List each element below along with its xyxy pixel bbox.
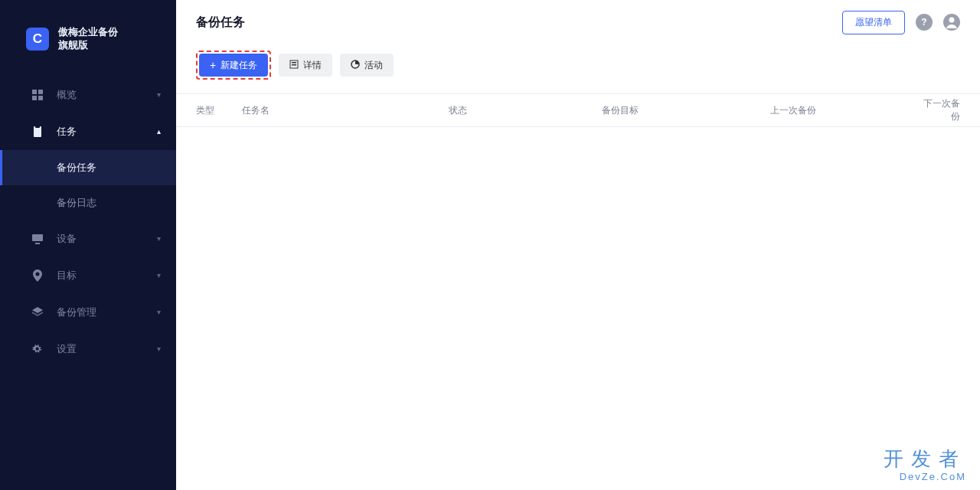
new-task-label: 新建任务 bbox=[220, 59, 257, 72]
svg-rect-14 bbox=[292, 64, 296, 66]
subnav-backup-tasks-label: 备份任务 bbox=[57, 161, 96, 175]
col-status: 状态 bbox=[449, 104, 602, 117]
activity-icon bbox=[351, 60, 360, 71]
chevron-down-icon: ▾ bbox=[157, 345, 161, 353]
chevron-down-icon: ▾ bbox=[157, 271, 161, 279]
wishlist-button[interactable]: 愿望清单 bbox=[842, 11, 905, 34]
svg-rect-1 bbox=[38, 90, 43, 94]
nav-backup-mgmt-label: 备份管理 bbox=[57, 305, 96, 319]
svg-point-11 bbox=[949, 18, 955, 23]
clipboard-icon bbox=[31, 126, 44, 138]
details-icon bbox=[289, 60, 299, 71]
location-icon bbox=[31, 270, 44, 282]
nav-overview-label: 概览 bbox=[57, 88, 77, 102]
plus-icon: + bbox=[210, 59, 216, 71]
svg-rect-5 bbox=[35, 126, 40, 128]
brand-title-line1: 傲梅企业备份 bbox=[58, 26, 118, 39]
sidebar: C 傲梅企业备份 旗舰版 概览 ▾ 任务 ▴ 备份任务 备份日志 bbox=[0, 0, 176, 490]
help-icon[interactable]: ? bbox=[916, 14, 933, 31]
brand: C 傲梅企业备份 旗舰版 bbox=[0, 0, 176, 69]
brand-title: 傲梅企业备份 旗舰版 bbox=[58, 26, 118, 52]
table-header-row: 类型 任务名 状态 备份目标 上一次备份 下一次备份 bbox=[176, 93, 980, 127]
monitor-icon bbox=[31, 234, 44, 244]
col-next: 下一次备份 bbox=[916, 97, 960, 123]
svg-rect-13 bbox=[292, 62, 296, 64]
nav-settings[interactable]: 设置 ▾ bbox=[0, 331, 176, 368]
watermark: 开发者 DevZe.CoM bbox=[884, 446, 966, 482]
col-target: 备份目标 bbox=[602, 104, 770, 117]
details-label: 详情 bbox=[303, 59, 322, 72]
svg-rect-7 bbox=[35, 243, 40, 244]
subnav-backup-logs[interactable]: 备份日志 bbox=[0, 185, 176, 220]
gear-icon bbox=[31, 343, 44, 355]
nav-targets-label: 目标 bbox=[57, 269, 77, 283]
main: 备份任务 愿望清单 ? + 新建任务 详情 活动 bbox=[176, 0, 980, 490]
svg-rect-6 bbox=[32, 234, 43, 241]
col-type: 类型 bbox=[196, 104, 242, 117]
svg-rect-4 bbox=[34, 126, 41, 137]
svg-rect-3 bbox=[38, 96, 43, 100]
nav: 概览 ▾ 任务 ▴ 备份任务 备份日志 设备 ▾ 目标 bbox=[0, 77, 176, 368]
chevron-down-icon: ▾ bbox=[157, 234, 161, 243]
activity-button[interactable]: 活动 bbox=[340, 54, 394, 77]
nav-devices[interactable]: 设备 ▾ bbox=[0, 220, 176, 257]
watermark-sub: DevZe.CoM bbox=[884, 471, 966, 482]
topbar: 备份任务 愿望清单 ? bbox=[176, 0, 980, 44]
svg-marker-8 bbox=[32, 307, 43, 313]
page-title: 备份任务 bbox=[196, 15, 245, 31]
toolbar: + 新建任务 详情 活动 bbox=[176, 44, 980, 93]
dashboard-icon bbox=[31, 89, 44, 101]
brand-logo: C bbox=[26, 28, 49, 51]
col-name: 任务名 bbox=[242, 104, 449, 117]
top-actions: 愿望清单 ? bbox=[842, 11, 960, 34]
user-avatar-icon[interactable] bbox=[943, 14, 960, 31]
highlight-box: + 新建任务 bbox=[196, 51, 271, 80]
subnav-backup-tasks[interactable]: 备份任务 bbox=[0, 150, 176, 185]
details-button[interactable]: 详情 bbox=[279, 54, 332, 77]
nav-tasks-label: 任务 bbox=[57, 125, 77, 139]
svg-rect-0 bbox=[32, 90, 37, 94]
chevron-down-icon: ▾ bbox=[157, 90, 161, 99]
nav-overview[interactable]: 概览 ▾ bbox=[0, 77, 176, 113]
activity-label: 活动 bbox=[364, 59, 383, 72]
brand-title-line2: 旗舰版 bbox=[58, 39, 118, 52]
nav-devices-label: 设备 bbox=[57, 232, 77, 246]
subnav-backup-logs-label: 备份日志 bbox=[57, 196, 96, 210]
chevron-up-icon: ▴ bbox=[157, 127, 161, 136]
svg-rect-2 bbox=[32, 96, 37, 100]
col-last: 上一次备份 bbox=[770, 104, 916, 117]
nav-tasks[interactable]: 任务 ▴ bbox=[0, 113, 176, 150]
new-task-button[interactable]: + 新建任务 bbox=[199, 54, 268, 77]
nav-settings-label: 设置 bbox=[57, 342, 77, 356]
layers-icon bbox=[31, 306, 44, 318]
nav-backup-mgmt[interactable]: 备份管理 ▾ bbox=[0, 294, 176, 331]
watermark-title: 开发者 bbox=[884, 446, 966, 472]
chevron-down-icon: ▾ bbox=[157, 308, 161, 316]
nav-targets[interactable]: 目标 ▾ bbox=[0, 257, 176, 294]
